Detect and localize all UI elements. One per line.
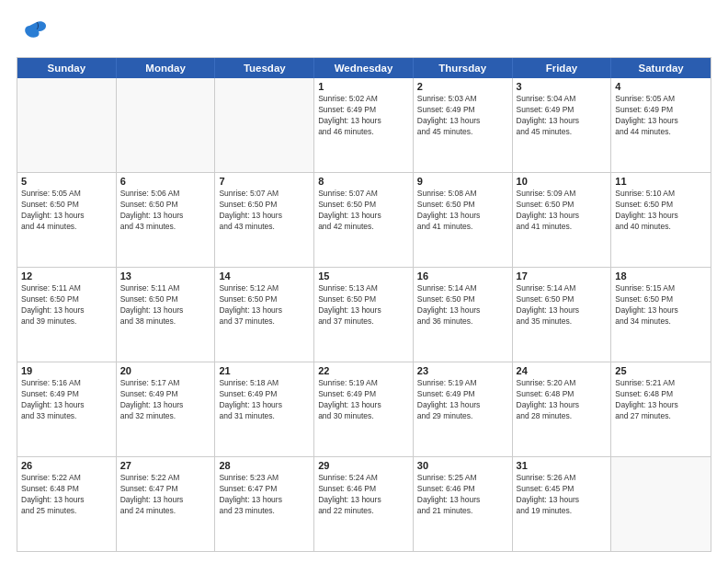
day-cell-12: 12Sunrise: 5:11 AM Sunset: 6:50 PM Dayli…	[17, 268, 117, 362]
header-day-tuesday: Tuesday	[215, 58, 314, 78]
day-cell-25: 25Sunrise: 5:21 AM Sunset: 6:48 PM Dayli…	[611, 362, 711, 456]
day-cell-28: 28Sunrise: 5:23 AM Sunset: 6:47 PM Dayli…	[215, 457, 314, 551]
week-row-1: 1Sunrise: 5:02 AM Sunset: 6:49 PM Daylig…	[17, 78, 711, 173]
day-info: Sunrise: 5:24 AM Sunset: 6:46 PM Dayligh…	[318, 473, 409, 517]
logo-bird-icon	[20, 17, 50, 46]
week-row-3: 12Sunrise: 5:11 AM Sunset: 6:50 PM Dayli…	[17, 268, 711, 362]
day-info: Sunrise: 5:14 AM Sunset: 6:50 PM Dayligh…	[517, 283, 608, 327]
day-info: Sunrise: 5:19 AM Sunset: 6:49 PM Dayligh…	[417, 378, 508, 422]
day-cell-31: 31Sunrise: 5:26 AM Sunset: 6:45 PM Dayli…	[513, 457, 612, 551]
day-cell-13: 13Sunrise: 5:11 AM Sunset: 6:50 PM Dayli…	[117, 268, 216, 362]
day-info: Sunrise: 5:26 AM Sunset: 6:45 PM Dayligh…	[517, 473, 608, 517]
day-number: 16	[417, 270, 508, 282]
day-cell-2: 2Sunrise: 5:03 AM Sunset: 6:49 PM Daylig…	[414, 78, 513, 172]
day-number: 24	[517, 365, 608, 376]
day-cell-26: 26Sunrise: 5:22 AM Sunset: 6:48 PM Dayli…	[17, 457, 117, 551]
logo	[17, 17, 50, 50]
day-cell-9: 9Sunrise: 5:08 AM Sunset: 6:50 PM Daylig…	[414, 173, 513, 267]
day-cell-21: 21Sunrise: 5:18 AM Sunset: 6:49 PM Dayli…	[215, 362, 314, 456]
day-cell-17: 17Sunrise: 5:14 AM Sunset: 6:50 PM Dayli…	[513, 268, 612, 362]
day-info: Sunrise: 5:13 AM Sunset: 6:50 PM Dayligh…	[318, 283, 409, 327]
day-number: 22	[318, 365, 409, 376]
calendar-header: SundayMondayTuesdayWednesdayThursdayFrid…	[17, 58, 711, 78]
day-number: 23	[417, 365, 508, 376]
day-info: Sunrise: 5:06 AM Sunset: 6:50 PM Dayligh…	[120, 189, 211, 233]
day-number: 14	[219, 270, 310, 282]
day-number: 19	[21, 365, 112, 376]
day-cell-8: 8Sunrise: 5:07 AM Sunset: 6:50 PM Daylig…	[314, 173, 414, 267]
day-cell-27: 27Sunrise: 5:22 AM Sunset: 6:47 PM Dayli…	[117, 457, 216, 551]
day-info: Sunrise: 5:09 AM Sunset: 6:50 PM Dayligh…	[517, 189, 608, 233]
day-number: 7	[219, 176, 310, 187]
week-row-4: 19Sunrise: 5:16 AM Sunset: 6:49 PM Dayli…	[17, 362, 711, 457]
day-cell-empty	[215, 78, 314, 172]
day-number: 10	[517, 176, 608, 187]
day-cell-6: 6Sunrise: 5:06 AM Sunset: 6:50 PM Daylig…	[117, 173, 216, 267]
day-info: Sunrise: 5:18 AM Sunset: 6:49 PM Dayligh…	[219, 378, 310, 422]
day-info: Sunrise: 5:19 AM Sunset: 6:49 PM Dayligh…	[318, 378, 409, 422]
day-number: 28	[219, 460, 310, 471]
day-info: Sunrise: 5:22 AM Sunset: 6:47 PM Dayligh…	[120, 473, 211, 517]
day-number: 4	[615, 81, 707, 92]
day-number: 3	[517, 81, 608, 92]
day-number: 6	[120, 176, 211, 187]
page: SundayMondayTuesdayWednesdayThursdayFrid…	[0, 0, 728, 563]
day-info: Sunrise: 5:25 AM Sunset: 6:46 PM Dayligh…	[417, 473, 508, 517]
day-cell-empty	[117, 78, 216, 172]
day-info: Sunrise: 5:07 AM Sunset: 6:50 PM Dayligh…	[219, 189, 310, 233]
day-info: Sunrise: 5:21 AM Sunset: 6:48 PM Dayligh…	[615, 378, 707, 422]
calendar-body: 1Sunrise: 5:02 AM Sunset: 6:49 PM Daylig…	[17, 78, 711, 551]
day-number: 12	[21, 270, 112, 282]
day-cell-1: 1Sunrise: 5:02 AM Sunset: 6:49 PM Daylig…	[314, 78, 414, 172]
day-number: 5	[21, 176, 112, 187]
day-cell-14: 14Sunrise: 5:12 AM Sunset: 6:50 PM Dayli…	[215, 268, 314, 362]
day-info: Sunrise: 5:05 AM Sunset: 6:50 PM Dayligh…	[21, 189, 112, 233]
day-cell-19: 19Sunrise: 5:16 AM Sunset: 6:49 PM Dayli…	[17, 362, 117, 456]
day-info: Sunrise: 5:04 AM Sunset: 6:49 PM Dayligh…	[517, 94, 608, 138]
day-info: Sunrise: 5:12 AM Sunset: 6:50 PM Dayligh…	[219, 283, 310, 327]
day-number: 31	[517, 460, 608, 471]
day-cell-22: 22Sunrise: 5:19 AM Sunset: 6:49 PM Dayli…	[314, 362, 414, 456]
day-number: 30	[417, 460, 508, 471]
day-number: 1	[318, 81, 409, 92]
day-number: 26	[21, 460, 112, 471]
day-cell-15: 15Sunrise: 5:13 AM Sunset: 6:50 PM Dayli…	[314, 268, 414, 362]
day-number: 9	[417, 176, 508, 187]
day-cell-23: 23Sunrise: 5:19 AM Sunset: 6:49 PM Dayli…	[414, 362, 513, 456]
day-info: Sunrise: 5:10 AM Sunset: 6:50 PM Dayligh…	[615, 189, 707, 233]
day-number: 8	[318, 176, 409, 187]
header-day-friday: Friday	[513, 58, 612, 78]
day-info: Sunrise: 5:05 AM Sunset: 6:49 PM Dayligh…	[615, 94, 707, 138]
header-day-saturday: Saturday	[611, 58, 711, 78]
day-number: 29	[318, 460, 409, 471]
day-number: 17	[517, 270, 608, 282]
day-info: Sunrise: 5:02 AM Sunset: 6:49 PM Dayligh…	[318, 94, 409, 138]
day-cell-7: 7Sunrise: 5:07 AM Sunset: 6:50 PM Daylig…	[215, 173, 314, 267]
day-cell-20: 20Sunrise: 5:17 AM Sunset: 6:49 PM Dayli…	[117, 362, 216, 456]
day-info: Sunrise: 5:23 AM Sunset: 6:47 PM Dayligh…	[219, 473, 310, 517]
day-number: 20	[120, 365, 211, 376]
day-cell-empty	[17, 78, 117, 172]
day-info: Sunrise: 5:03 AM Sunset: 6:49 PM Dayligh…	[417, 94, 508, 138]
day-cell-18: 18Sunrise: 5:15 AM Sunset: 6:50 PM Dayli…	[611, 268, 711, 362]
day-cell-4: 4Sunrise: 5:05 AM Sunset: 6:49 PM Daylig…	[611, 78, 711, 172]
day-number: 13	[120, 270, 211, 282]
calendar: SundayMondayTuesdayWednesdayThursdayFrid…	[17, 57, 711, 552]
day-cell-30: 30Sunrise: 5:25 AM Sunset: 6:46 PM Dayli…	[414, 457, 513, 551]
header-day-wednesday: Wednesday	[314, 58, 414, 78]
header-day-thursday: Thursday	[414, 58, 513, 78]
day-info: Sunrise: 5:11 AM Sunset: 6:50 PM Dayligh…	[21, 283, 112, 327]
day-number: 27	[120, 460, 211, 471]
day-cell-11: 11Sunrise: 5:10 AM Sunset: 6:50 PM Dayli…	[611, 173, 711, 267]
header-day-monday: Monday	[117, 58, 216, 78]
day-info: Sunrise: 5:20 AM Sunset: 6:48 PM Dayligh…	[517, 378, 608, 422]
header	[17, 17, 711, 50]
day-number: 18	[615, 270, 707, 282]
day-number: 2	[417, 81, 508, 92]
day-number: 25	[615, 365, 707, 376]
day-cell-5: 5Sunrise: 5:05 AM Sunset: 6:50 PM Daylig…	[17, 173, 117, 267]
day-info: Sunrise: 5:14 AM Sunset: 6:50 PM Dayligh…	[417, 283, 508, 327]
week-row-2: 5Sunrise: 5:05 AM Sunset: 6:50 PM Daylig…	[17, 173, 711, 268]
day-number: 15	[318, 270, 409, 282]
day-cell-24: 24Sunrise: 5:20 AM Sunset: 6:48 PM Dayli…	[513, 362, 612, 456]
